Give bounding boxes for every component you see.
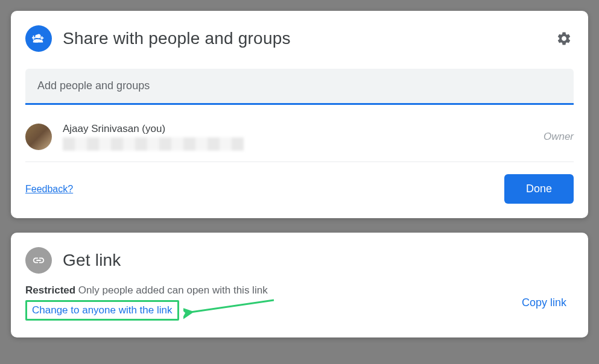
link-info: Restricted Only people added can open wi… xyxy=(25,284,510,321)
share-title: Share with people and groups xyxy=(63,29,544,48)
person-row: Ajaay Srinivasan (you) Owner xyxy=(25,119,574,162)
restricted-line: Restricted Only people added can open wi… xyxy=(25,284,510,297)
feedback-link[interactable]: Feedback? xyxy=(25,184,73,195)
getlink-title: Get link xyxy=(63,251,574,270)
done-button[interactable]: Done xyxy=(504,174,574,204)
share-header: Share with people and groups xyxy=(25,25,574,52)
people-input[interactable] xyxy=(37,80,562,92)
person-role: Owner xyxy=(544,131,574,143)
gear-icon xyxy=(556,31,572,46)
restricted-label: Restricted xyxy=(25,284,75,296)
restricted-desc: Only people added can open with this lin… xyxy=(75,284,267,296)
getlink-dialog: Get link Restricted Only people added ca… xyxy=(11,233,588,337)
change-link[interactable]: Change to anyone with the link xyxy=(32,304,173,316)
person-info: Ajaay Srinivasan (you) xyxy=(63,123,533,151)
people-input-wrap[interactable] xyxy=(25,69,574,105)
getlink-body: Restricted Only people added can open wi… xyxy=(25,284,574,321)
person-add-icon xyxy=(25,25,52,52)
share-dialog: Share with people and groups Ajaay Srini… xyxy=(11,11,588,218)
svg-line-1 xyxy=(191,300,274,312)
avatar xyxy=(25,124,52,150)
svg-point-0 xyxy=(35,34,39,38)
settings-button[interactable] xyxy=(554,29,574,48)
person-name: Ajaay Srinivasan (you) xyxy=(63,123,533,135)
share-footer: Feedback? Done xyxy=(25,174,574,204)
change-link-highlight: Change to anyone with the link xyxy=(25,300,179,321)
getlink-header: Get link xyxy=(25,247,574,274)
link-icon xyxy=(25,247,52,274)
annotation-arrow-icon xyxy=(183,295,280,325)
person-email-redacted xyxy=(63,137,244,151)
copy-link-button[interactable]: Copy link xyxy=(522,297,574,309)
